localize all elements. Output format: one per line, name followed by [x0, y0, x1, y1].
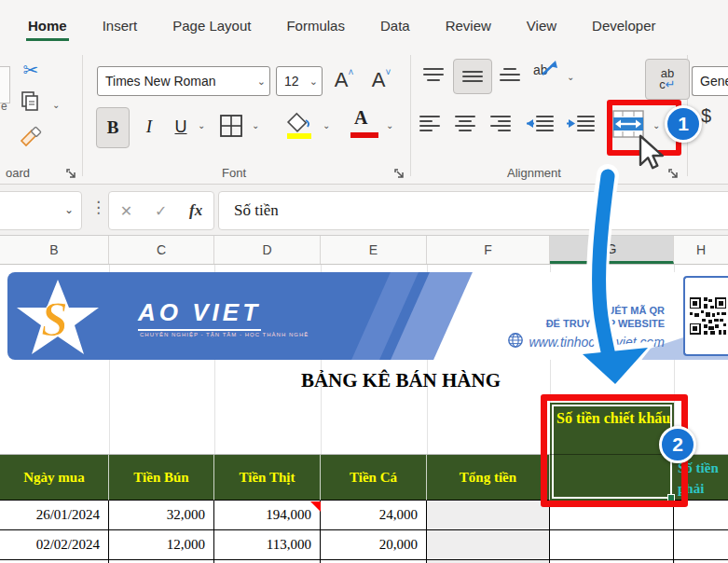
cell-bun-1[interactable]: 32,000 [109, 501, 214, 530]
table-header-tien-thit[interactable]: Tiền Thịt [214, 454, 321, 501]
cell-date-1[interactable]: 26/01/2024 [0, 501, 109, 530]
number-format-value: General [700, 74, 728, 89]
cell-thit-1[interactable]: 194,000 [214, 501, 321, 530]
underline-button[interactable]: U [168, 107, 194, 146]
clipboard-dialog-launcher[interactable] [65, 168, 77, 180]
paste-button-partial[interactable] [0, 66, 10, 103]
table-header-tong-tien[interactable]: Tổng tiền [427, 454, 550, 501]
decrease-font-button[interactable]: A˅ [365, 64, 397, 96]
cell-ca-1[interactable]: 24,000 [321, 501, 427, 530]
tab-data[interactable]: Data [378, 14, 412, 37]
alignment-group-label: Alignment [507, 166, 561, 180]
increase-font-button[interactable]: A˄ [328, 64, 360, 96]
ribbon-tab-bar: Home Insert Page Layout Formulas Data Re… [0, 0, 728, 51]
ribbon: e ✂ ⌄ oard Times New Roman⌄ 12⌄ A˄ A˅ B … [0, 51, 728, 185]
align-left-button[interactable] [418, 113, 442, 139]
table-header-tien-ca[interactable]: Tiền Cá [321, 454, 427, 501]
accounting-format-button[interactable]: $ [701, 105, 711, 127]
chevron-down-icon: ⌄ [309, 76, 318, 88]
font-name-select[interactable]: Times New Roman⌄ [97, 66, 270, 96]
cell-ca-2[interactable]: 20,000 [321, 530, 427, 560]
fill-color-dropdown-chevron[interactable]: ⌄ [323, 120, 330, 130]
column-header-C[interactable]: C [109, 236, 214, 264]
cell-chietkhau-2[interactable] [550, 530, 674, 560]
align-top-button[interactable] [421, 64, 446, 89]
selected-cell-discount[interactable]: Số tiền chiết khấu [550, 403, 674, 501]
cell-thit-2[interactable]: 113,000 [214, 530, 321, 560]
font-dialog-launcher[interactable] [393, 168, 405, 180]
cell-chietkhau-1[interactable] [550, 501, 674, 530]
column-header-D[interactable]: D [214, 236, 321, 264]
globe-icon [507, 332, 524, 352]
font-color-button[interactable]: A [354, 107, 367, 129]
enter-button[interactable]: ✓ [155, 202, 167, 220]
align-center-button[interactable] [453, 113, 477, 139]
cell-phaitra-2[interactable] [674, 530, 728, 560]
cell-tong-1[interactable] [427, 501, 550, 530]
cancel-button[interactable]: ✕ [120, 202, 132, 220]
column-header-H[interactable]: H [674, 236, 728, 264]
italic-button[interactable]: I [136, 107, 162, 146]
cell-phaitra-1[interactable] [674, 501, 728, 530]
comment-indicator [310, 501, 321, 512]
pay-header-text: Số tiền phải [678, 458, 728, 499]
underline-dropdown-chevron[interactable]: ⌄ [198, 120, 205, 130]
formula-input[interactable]: Số tiền [218, 191, 728, 230]
borders-button[interactable] [218, 113, 244, 143]
tab-page-layout[interactable]: Page Layout [171, 14, 253, 37]
star-logo: S [9, 276, 121, 360]
formula-value: Số tiền [234, 201, 279, 220]
orientation-button[interactable]: ab [533, 62, 548, 77]
sheet-grid[interactable]: S AO VIET CHUYÊN NGHIỆP - TẬN TÂM - HỌC … [0, 265, 728, 563]
tab-insert[interactable]: Insert [101, 14, 140, 37]
sheet-title: BẢNG KÊ BÁN HÀNG [224, 369, 578, 392]
wrap-text-button[interactable]: ab c↵ [645, 59, 690, 100]
column-header-G[interactable]: G [550, 236, 674, 264]
merge-center-dropdown-chevron[interactable]: ⌄ [652, 120, 660, 130]
column-header-B[interactable]: B [0, 236, 109, 264]
copy-icon[interactable] [21, 90, 41, 117]
cell-bun-2[interactable]: 12,000 [109, 530, 214, 560]
table-header-tien-bun[interactable]: Tiền Bún [109, 454, 214, 501]
tab-view[interactable]: View [525, 14, 558, 37]
formula-bar-handle[interactable]: ⋮ [90, 198, 104, 217]
excel-window: Home Insert Page Layout Formulas Data Re… [0, 0, 728, 563]
column-header-F[interactable]: F [427, 236, 550, 264]
number-format-select[interactable]: General [692, 66, 728, 96]
banner-image: S AO VIET CHUYÊN NGHIỆP - TẬN TÂM - HỌC … [7, 272, 728, 360]
font-color-dropdown-chevron[interactable]: ⌄ [386, 120, 393, 130]
fill-color-button[interactable] [285, 109, 315, 146]
tab-home[interactable]: Home [26, 14, 69, 37]
insert-function-button[interactable]: fx [189, 201, 202, 220]
copy-dropdown-chevron[interactable]: ⌄ [52, 100, 60, 110]
brand-tagline: CHUYÊN NGHIỆP - TẬN TÂM - HỌC THÀNH NGHỀ [140, 332, 309, 337]
cell-tong-2[interactable] [427, 530, 550, 560]
align-right-button[interactable] [488, 113, 513, 139]
merge-center-button[interactable] [611, 109, 645, 143]
font-size-select[interactable]: 12⌄ [276, 66, 323, 96]
chevron-down-icon: ⌄ [257, 76, 266, 88]
alignment-dialog-launcher[interactable] [667, 168, 680, 180]
currency-symbol: $ [701, 105, 711, 126]
column-header-E[interactable]: E [321, 236, 427, 264]
tab-review[interactable]: Review [444, 14, 493, 37]
align-middle-button[interactable] [453, 59, 492, 94]
format-painter-icon[interactable] [19, 126, 45, 154]
align-bottom-button[interactable] [498, 64, 522, 89]
name-box-chevron[interactable]: ⌄ [64, 203, 74, 216]
cut-icon[interactable]: ✂ [17, 57, 45, 83]
increase-indent-button[interactable] [565, 113, 597, 139]
font-name-value: Times New Roman [105, 74, 216, 89]
cell-date-2[interactable]: 02/02/2024 [0, 530, 109, 560]
tab-developer[interactable]: Developer [590, 14, 657, 37]
name-box[interactable]: ⌄ [0, 191, 82, 230]
table-header-ngay-mua[interactable]: Ngày mua [0, 454, 109, 501]
tab-formulas[interactable]: Formulas [284, 14, 347, 37]
decrease-indent-button[interactable] [524, 113, 556, 139]
bold-button[interactable]: B [96, 107, 130, 148]
orientation-dropdown-chevron[interactable]: ⌄ [567, 72, 574, 82]
annotation-badge-2: 2 [659, 426, 696, 463]
italic-label: I [146, 117, 152, 137]
borders-dropdown-chevron[interactable]: ⌄ [252, 120, 259, 130]
column-header-row: B C D E F G H [0, 236, 728, 265]
